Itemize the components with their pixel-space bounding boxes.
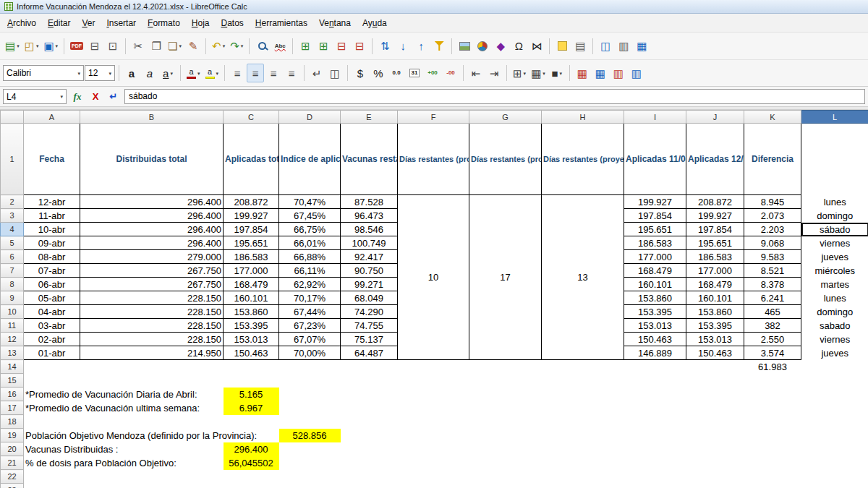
insert-chart-button[interactable] [474, 37, 491, 56]
underline-button-dropdown-icon[interactable]: ▾ [170, 71, 173, 76]
cell-G16[interactable] [469, 388, 542, 401]
paste-button-dropdown-icon[interactable]: ▾ [179, 43, 182, 48]
column-header-K[interactable]: K [744, 111, 801, 124]
cell-H17[interactable] [542, 401, 624, 415]
cell-D9[interactable]: 70,17% [279, 291, 341, 305]
cell-D2[interactable]: 70,47% [279, 195, 341, 209]
highlight-color-button-dropdown-icon[interactable]: ▾ [216, 71, 219, 76]
cell-L7[interactable]: miércoles [801, 264, 868, 278]
cell-C8[interactable]: 168.479 [224, 278, 279, 291]
cell-K15[interactable] [744, 374, 801, 388]
cell-I16[interactable] [624, 388, 686, 401]
save-button[interactable]: ▣▾ [41, 37, 60, 56]
print-preview-button[interactable]: ⊡ [104, 37, 122, 56]
cell-D6[interactable]: 66,88% [279, 250, 341, 264]
cell-K21[interactable] [744, 456, 801, 470]
cell-J16[interactable] [686, 388, 744, 401]
row-header-8[interactable]: 8 [1, 278, 24, 291]
borders-button-dropdown-icon[interactable]: ▾ [524, 71, 527, 76]
cell-D20[interactable] [279, 442, 341, 456]
cell-A15[interactable] [24, 374, 80, 388]
empty-cell[interactable] [686, 484, 744, 488]
empty-cell[interactable] [341, 484, 398, 488]
copy-button[interactable]: ❐ [148, 37, 165, 56]
row-header-6[interactable]: 6 [1, 250, 24, 264]
bold-button[interactable]: a [123, 64, 140, 82]
cell-C16[interactable]: 5.165 [224, 388, 279, 401]
cell-E12[interactable]: 75.137 [341, 333, 398, 346]
cell-I10[interactable]: 153.395 [624, 305, 686, 319]
cell-I21[interactable] [624, 456, 686, 470]
new-document-button-dropdown-icon[interactable]: ▾ [17, 43, 20, 48]
empty-cell[interactable] [469, 484, 542, 488]
wrap-text-button[interactable]: ↵ [308, 64, 326, 82]
cell-H18[interactable] [542, 415, 624, 429]
cell-E2[interactable]: 87.528 [341, 195, 398, 209]
cell-I7[interactable]: 168.479 [624, 264, 686, 278]
cell-A17[interactable]: *Promedio de Vacunación ultima semana: [24, 401, 224, 415]
cell-C14[interactable] [224, 360, 279, 374]
theme-button[interactable]: ▥ [628, 64, 645, 82]
cell-D22[interactable] [279, 470, 341, 484]
cell-B2[interactable]: 296.400 [80, 195, 224, 209]
format-percent-button[interactable]: % [370, 64, 387, 82]
cell-K22[interactable] [744, 470, 801, 484]
cell-J20[interactable] [686, 442, 744, 456]
delete-decimal-button[interactable]: -00 [442, 64, 459, 82]
cell-C3[interactable]: 199.927 [224, 209, 279, 223]
cell-C15[interactable] [224, 374, 279, 388]
delete-row-button[interactable]: ⊟ [333, 37, 350, 56]
cell-C13[interactable]: 150.463 [224, 346, 279, 360]
insert-row-button[interactable]: ⊞ [297, 37, 314, 56]
cell-C10[interactable]: 153.860 [224, 305, 279, 319]
font-size-dropdown-icon[interactable]: ▾ [109, 71, 111, 76]
cut-button[interactable]: ✂ [129, 37, 147, 56]
sidebar-button[interactable]: ▦ [633, 37, 650, 56]
format-date-button[interactable]: 31 [406, 64, 423, 82]
cell-E16[interactable] [341, 388, 398, 401]
menu-herramientas[interactable]: Herramientas [250, 14, 313, 33]
cell-E11[interactable]: 74.755 [341, 319, 398, 333]
column-header-D[interactable]: D [279, 111, 341, 124]
cell-H22[interactable] [542, 470, 624, 484]
cell-I9[interactable]: 153.860 [624, 291, 686, 305]
cell-F17[interactable] [398, 401, 469, 415]
cell-I18[interactable] [624, 415, 686, 429]
cell-A12[interactable]: 02-abr [24, 333, 80, 346]
cell-I15[interactable] [624, 374, 686, 388]
cell-K10[interactable]: 465 [744, 305, 801, 319]
cell-C11[interactable]: 153.395 [224, 319, 279, 333]
menu-insertar[interactable]: Insertar [101, 14, 142, 33]
save-button-dropdown-icon[interactable]: ▾ [56, 43, 59, 48]
cell-L13[interactable]: jueves [801, 346, 868, 360]
row-header-20[interactable]: 20 [1, 442, 24, 456]
cell-J10[interactable]: 153.860 [686, 305, 744, 319]
cell-L16[interactable] [801, 388, 868, 401]
row-header-3[interactable]: 3 [1, 209, 24, 223]
cell-G21[interactable] [469, 456, 542, 470]
cancel-edit-button[interactable]: X [88, 91, 103, 102]
cell-I19[interactable] [624, 429, 686, 442]
cell-D7[interactable]: 66,11% [279, 264, 341, 278]
cell-D8[interactable]: 62,92% [279, 278, 341, 291]
cell-D17[interactable] [279, 401, 341, 415]
cell-F20[interactable] [398, 442, 469, 456]
menu-archivo[interactable]: Archivo [1, 14, 42, 33]
cell-I4[interactable]: 195.651 [624, 223, 686, 236]
cell-A1[interactable]: Fecha [24, 124, 80, 195]
row-header-14[interactable]: 14 [1, 360, 24, 374]
cell-E7[interactable]: 90.750 [341, 264, 398, 278]
cell-L6[interactable]: jueves [801, 250, 868, 264]
cell-C12[interactable]: 153.013 [224, 333, 279, 346]
cell-L21[interactable] [801, 456, 868, 470]
cell-I20[interactable] [624, 442, 686, 456]
cell-B10[interactable]: 228.150 [80, 305, 224, 319]
row-header-19[interactable]: 19 [1, 429, 24, 442]
merged-cell-G[interactable]: 17 [469, 195, 542, 360]
cell-D5[interactable]: 66,01% [279, 236, 341, 250]
cell-L2[interactable]: lunes [801, 195, 868, 209]
cell-C4[interactable]: 197.854 [224, 223, 279, 236]
cell-A8[interactable]: 06-abr [24, 278, 80, 291]
empty-cell[interactable] [801, 484, 868, 488]
cell-D13[interactable]: 70,00% [279, 346, 341, 360]
